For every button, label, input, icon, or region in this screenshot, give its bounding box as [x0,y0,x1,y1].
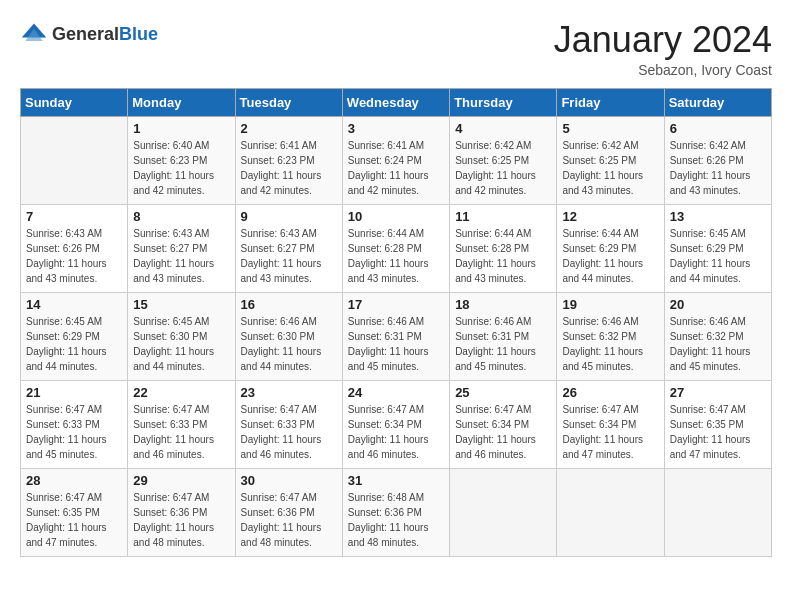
day-number: 23 [241,385,337,400]
sunrise-text: Sunrise: 6:46 AM [562,316,638,327]
sunset-text: Sunset: 6:24 PM [348,155,422,166]
sunrise-text: Sunrise: 6:46 AM [455,316,531,327]
daylight-text: Daylight: 11 hours and 46 minutes. [241,434,322,460]
daylight-text: Daylight: 11 hours and 44 minutes. [133,346,214,372]
table-row [664,468,771,556]
calendar-table: Sunday Monday Tuesday Wednesday Thursday… [20,88,772,557]
day-number: 25 [455,385,551,400]
title-block: January 2024 Sebazon, Ivory Coast [554,20,772,78]
table-row: 19Sunrise: 6:46 AMSunset: 6:32 PMDayligh… [557,292,664,380]
table-row: 5Sunrise: 6:42 AMSunset: 6:25 PMDaylight… [557,116,664,204]
sunrise-text: Sunrise: 6:42 AM [670,140,746,151]
table-row: 14Sunrise: 6:45 AMSunset: 6:29 PMDayligh… [21,292,128,380]
day-number: 31 [348,473,444,488]
day-info: Sunrise: 6:47 AMSunset: 6:33 PMDaylight:… [26,402,122,462]
day-info: Sunrise: 6:42 AMSunset: 6:25 PMDaylight:… [562,138,658,198]
day-number: 13 [670,209,766,224]
daylight-text: Daylight: 11 hours and 44 minutes. [562,258,643,284]
day-info: Sunrise: 6:47 AMSunset: 6:36 PMDaylight:… [241,490,337,550]
sunset-text: Sunset: 6:33 PM [133,419,207,430]
header-tuesday: Tuesday [235,88,342,116]
day-number: 18 [455,297,551,312]
day-number: 3 [348,121,444,136]
day-info: Sunrise: 6:44 AMSunset: 6:28 PMDaylight:… [455,226,551,286]
daylight-text: Daylight: 11 hours and 43 minutes. [241,258,322,284]
sunrise-text: Sunrise: 6:44 AM [562,228,638,239]
table-row: 8Sunrise: 6:43 AMSunset: 6:27 PMDaylight… [128,204,235,292]
day-info: Sunrise: 6:47 AMSunset: 6:36 PMDaylight:… [133,490,229,550]
day-info: Sunrise: 6:48 AMSunset: 6:36 PMDaylight:… [348,490,444,550]
sunrise-text: Sunrise: 6:47 AM [26,404,102,415]
sunset-text: Sunset: 6:25 PM [562,155,636,166]
header-friday: Friday [557,88,664,116]
sunset-text: Sunset: 6:29 PM [26,331,100,342]
daylight-text: Daylight: 11 hours and 45 minutes. [670,346,751,372]
daylight-text: Daylight: 11 hours and 47 minutes. [670,434,751,460]
table-row: 9Sunrise: 6:43 AMSunset: 6:27 PMDaylight… [235,204,342,292]
sunrise-text: Sunrise: 6:47 AM [133,404,209,415]
day-info: Sunrise: 6:42 AMSunset: 6:25 PMDaylight:… [455,138,551,198]
logo: GeneralBlue [20,20,158,48]
daylight-text: Daylight: 11 hours and 45 minutes. [562,346,643,372]
day-info: Sunrise: 6:47 AMSunset: 6:34 PMDaylight:… [455,402,551,462]
daylight-text: Daylight: 11 hours and 42 minutes. [348,170,429,196]
day-number: 21 [26,385,122,400]
daylight-text: Daylight: 11 hours and 45 minutes. [455,346,536,372]
sunrise-text: Sunrise: 6:44 AM [455,228,531,239]
table-row: 16Sunrise: 6:46 AMSunset: 6:30 PMDayligh… [235,292,342,380]
table-row: 17Sunrise: 6:46 AMSunset: 6:31 PMDayligh… [342,292,449,380]
day-number: 12 [562,209,658,224]
day-info: Sunrise: 6:47 AMSunset: 6:33 PMDaylight:… [241,402,337,462]
day-number: 30 [241,473,337,488]
sunset-text: Sunset: 6:30 PM [133,331,207,342]
sunrise-text: Sunrise: 6:47 AM [348,404,424,415]
calendar-header-row: Sunday Monday Tuesday Wednesday Thursday… [21,88,772,116]
sunset-text: Sunset: 6:23 PM [241,155,315,166]
location-subtitle: Sebazon, Ivory Coast [554,62,772,78]
day-number: 6 [670,121,766,136]
day-number: 28 [26,473,122,488]
logo-general-text: General [52,24,119,44]
daylight-text: Daylight: 11 hours and 43 minutes. [670,170,751,196]
day-info: Sunrise: 6:43 AMSunset: 6:27 PMDaylight:… [241,226,337,286]
daylight-text: Daylight: 11 hours and 42 minutes. [455,170,536,196]
daylight-text: Daylight: 11 hours and 42 minutes. [241,170,322,196]
sunset-text: Sunset: 6:30 PM [241,331,315,342]
table-row: 13Sunrise: 6:45 AMSunset: 6:29 PMDayligh… [664,204,771,292]
sunset-text: Sunset: 6:25 PM [455,155,529,166]
sunrise-text: Sunrise: 6:47 AM [562,404,638,415]
day-info: Sunrise: 6:45 AMSunset: 6:29 PMDaylight:… [26,314,122,374]
calendar-week-row: 21Sunrise: 6:47 AMSunset: 6:33 PMDayligh… [21,380,772,468]
sunset-text: Sunset: 6:31 PM [348,331,422,342]
day-number: 19 [562,297,658,312]
day-number: 9 [241,209,337,224]
sunset-text: Sunset: 6:27 PM [241,243,315,254]
sunrise-text: Sunrise: 6:45 AM [133,316,209,327]
table-row: 27Sunrise: 6:47 AMSunset: 6:35 PMDayligh… [664,380,771,468]
sunset-text: Sunset: 6:33 PM [241,419,315,430]
sunset-text: Sunset: 6:34 PM [562,419,636,430]
calendar-week-row: 1Sunrise: 6:40 AMSunset: 6:23 PMDaylight… [21,116,772,204]
sunset-text: Sunset: 6:36 PM [133,507,207,518]
sunset-text: Sunset: 6:32 PM [562,331,636,342]
day-number: 20 [670,297,766,312]
day-info: Sunrise: 6:47 AMSunset: 6:35 PMDaylight:… [26,490,122,550]
day-info: Sunrise: 6:41 AMSunset: 6:23 PMDaylight:… [241,138,337,198]
sunset-text: Sunset: 6:33 PM [26,419,100,430]
sunrise-text: Sunrise: 6:47 AM [241,492,317,503]
day-number: 2 [241,121,337,136]
day-info: Sunrise: 6:46 AMSunset: 6:32 PMDaylight:… [562,314,658,374]
day-number: 1 [133,121,229,136]
header-wednesday: Wednesday [342,88,449,116]
day-number: 14 [26,297,122,312]
daylight-text: Daylight: 11 hours and 43 minutes. [455,258,536,284]
day-number: 24 [348,385,444,400]
day-info: Sunrise: 6:46 AMSunset: 6:31 PMDaylight:… [455,314,551,374]
table-row: 15Sunrise: 6:45 AMSunset: 6:30 PMDayligh… [128,292,235,380]
sunrise-text: Sunrise: 6:43 AM [133,228,209,239]
table-row [450,468,557,556]
sunset-text: Sunset: 6:32 PM [670,331,744,342]
sunrise-text: Sunrise: 6:46 AM [348,316,424,327]
day-number: 26 [562,385,658,400]
day-number: 5 [562,121,658,136]
